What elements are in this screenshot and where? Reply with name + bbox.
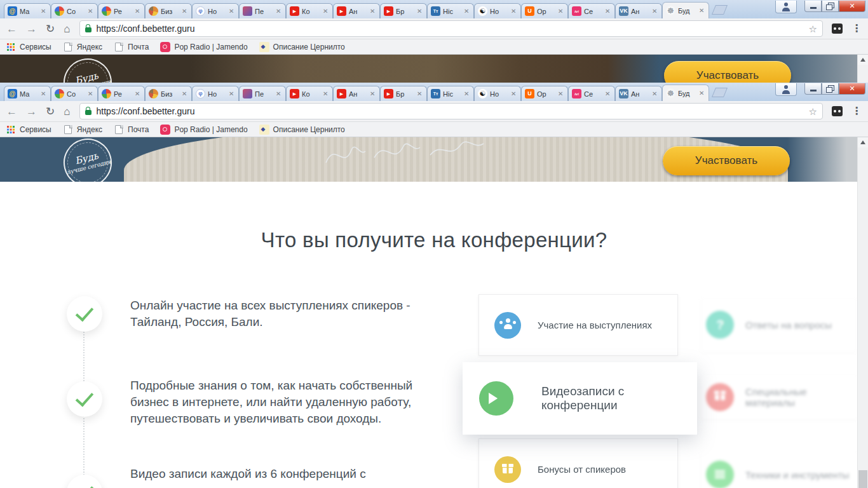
benefit-card[interactable]: Видеозаписи с конференции	[463, 362, 697, 435]
tab-close-icon[interactable]	[699, 8, 705, 14]
address-bar[interactable]: https://conf.bebetter.guru ☆	[79, 103, 823, 119]
tab-close-icon[interactable]	[558, 8, 564, 15]
minimize-button[interactable]	[804, 1, 822, 12]
browser-tab[interactable]: ▶ Ан	[333, 3, 380, 18]
browser-tab[interactable]: ☸ Буд	[662, 2, 709, 18]
tab-close-icon[interactable]	[417, 8, 423, 15]
browser-tab[interactable]: ivi Се	[568, 86, 615, 101]
browser-tab[interactable]: Биз	[145, 3, 192, 18]
tab-close-icon[interactable]	[370, 91, 376, 97]
bookmark-item[interactable]: Яндекс	[63, 42, 102, 52]
profile-button[interactable]	[775, 1, 797, 13]
tab-close-icon[interactable]	[511, 8, 517, 15]
browser-tab[interactable]: ☸ Буд	[662, 85, 709, 101]
new-tab-button[interactable]	[712, 88, 728, 97]
browser-tab[interactable]: Пе	[239, 3, 286, 18]
bookmark-item[interactable]: Почта	[114, 125, 149, 135]
browser-tab[interactable]: φ Но	[192, 3, 239, 18]
bookmark-item[interactable]: Почта	[114, 42, 149, 52]
tab-close-icon[interactable]	[276, 8, 282, 15]
browser-tab[interactable]: VK Ан	[615, 86, 662, 101]
tab-close-icon[interactable]	[88, 91, 94, 97]
browser-tab[interactable]: Тт Ніс	[427, 86, 474, 101]
tab-close-icon[interactable]	[511, 91, 517, 97]
tab-close-icon[interactable]	[323, 8, 329, 15]
bookmark-star-icon[interactable]: ☆	[809, 24, 817, 34]
extension-icon[interactable]	[832, 106, 843, 116]
tab-close-icon[interactable]	[276, 91, 282, 97]
reload-icon[interactable]: ↻	[46, 24, 55, 34]
browser-tab[interactable]: U Ор	[521, 86, 568, 101]
scroll-up-button[interactable]	[858, 137, 868, 147]
bookmark-item[interactable]: Описание Цернилто	[259, 125, 345, 135]
menu-icon[interactable]: ⋮	[851, 106, 862, 116]
home-icon[interactable]: ⌂	[64, 106, 70, 117]
scrollbar[interactable]	[857, 137, 868, 488]
close-button[interactable]	[839, 1, 865, 12]
address-bar[interactable]: https://conf.bebetter.guru ☆	[79, 20, 823, 37]
tab-close-icon[interactable]	[182, 8, 188, 15]
bookmark-item[interactable]: Сервисы	[6, 125, 51, 135]
browser-tab[interactable]: ▶ Бр	[380, 86, 427, 101]
benefit-card-faded[interactable]: Техники и инструменты	[701, 451, 857, 488]
browser-tab[interactable]: U Ор	[521, 3, 568, 18]
browser-tab[interactable]: ☯ Но	[474, 86, 521, 101]
browser-tab[interactable]: φ Но	[192, 86, 239, 101]
close-button[interactable]	[839, 83, 865, 95]
browser-tab[interactable]: @ Ма	[4, 86, 51, 101]
home-icon[interactable]: ⌂	[64, 24, 70, 34]
tab-close-icon[interactable]	[229, 8, 235, 15]
browser-tab[interactable]: ivi Се	[568, 3, 615, 18]
reload-icon[interactable]: ↻	[46, 106, 55, 117]
browser-tab[interactable]: Ре	[98, 86, 145, 101]
browser-tab[interactable]: Тт Ніс	[427, 3, 474, 18]
tab-close-icon[interactable]	[323, 91, 329, 97]
tab-close-icon[interactable]	[558, 91, 564, 97]
benefit-card-faded[interactable]: Специальные материалы	[701, 375, 857, 419]
browser-tab[interactable]: ▶ Бр	[380, 3, 427, 18]
extension-icon[interactable]	[832, 24, 843, 34]
bookmark-item[interactable]: Pop Radio | Jamendo	[160, 42, 247, 52]
tab-close-icon[interactable]	[182, 91, 188, 97]
tab-close-icon[interactable]	[699, 90, 705, 97]
tab-close-icon[interactable]	[135, 8, 141, 15]
browser-tab[interactable]: Ре	[98, 3, 145, 18]
bookmark-star-icon[interactable]: ☆	[809, 107, 817, 116]
url-text[interactable]: https://conf.bebetter.guru	[97, 24, 804, 34]
browser-tab[interactable]: @ Ма	[4, 3, 51, 18]
tab-close-icon[interactable]	[229, 91, 235, 97]
bookmark-item[interactable]: Яндекс	[63, 125, 102, 135]
restore-button[interactable]	[822, 83, 839, 95]
tab-close-icon[interactable]	[464, 8, 470, 15]
browser-tab[interactable]: Биз	[145, 86, 192, 101]
browser-tab[interactable]: VK Ан	[615, 3, 662, 18]
tab-close-icon[interactable]	[652, 91, 658, 97]
benefit-card[interactable]: Участие на выступлениях	[478, 294, 678, 356]
tab-close-icon[interactable]	[417, 91, 423, 97]
benefit-card[interactable]: Бонусы от спикеров	[478, 438, 678, 488]
tab-close-icon[interactable]	[41, 91, 47, 97]
browser-tab[interactable]: ▶ Ан	[333, 86, 380, 101]
scrollbar-fragment[interactable]	[857, 55, 868, 83]
forward-icon[interactable]: →	[26, 106, 37, 117]
restore-button[interactable]	[822, 1, 839, 12]
bookmark-item[interactable]: Pop Radio | Jamendo	[160, 125, 247, 135]
browser-tab[interactable]: ▶ Ко	[286, 3, 333, 18]
bookmark-item[interactable]: Описание Цернилто	[259, 42, 345, 52]
new-tab-button[interactable]	[712, 5, 728, 15]
browser-tab[interactable]: Со	[51, 86, 98, 101]
scroll-up-button[interactable]	[858, 55, 868, 65]
profile-button[interactable]	[775, 83, 797, 96]
scroll-thumb[interactable]	[858, 470, 867, 488]
tab-close-icon[interactable]	[605, 8, 611, 15]
url-text[interactable]: https://conf.bebetter.guru	[97, 106, 804, 116]
tab-close-icon[interactable]	[88, 8, 94, 15]
forward-icon[interactable]: →	[26, 24, 37, 34]
browser-tab[interactable]: Со	[51, 3, 98, 18]
cta-button[interactable]: Участвовать	[664, 61, 791, 83]
tab-close-icon[interactable]	[652, 8, 658, 15]
tab-close-icon[interactable]	[370, 8, 376, 15]
tab-close-icon[interactable]	[41, 8, 47, 15]
minimize-button[interactable]	[804, 83, 822, 95]
benefit-card-faded[interactable]: Ответы на вопросы	[701, 297, 857, 352]
